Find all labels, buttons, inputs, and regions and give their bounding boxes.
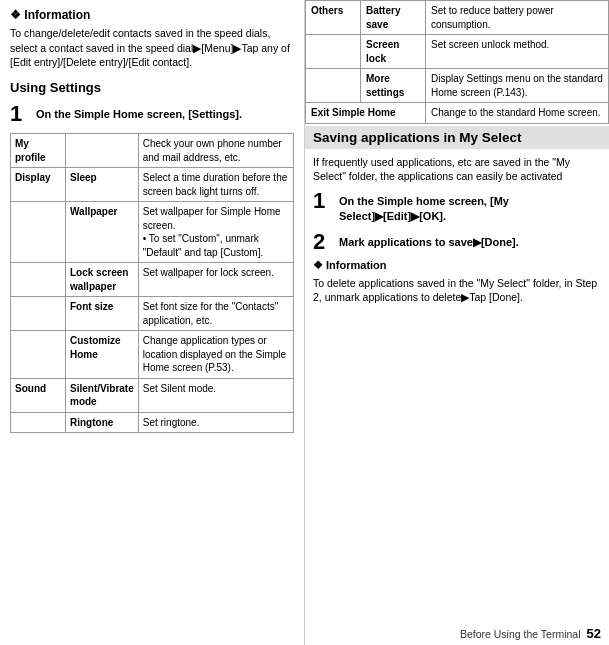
table-row: Display Sleep Select a time duration bef… xyxy=(11,168,294,202)
step1-text: On the Simple Home screen, [Settings]. xyxy=(36,103,242,122)
table-row: Customize Home Change application types … xyxy=(11,331,294,379)
table-cell-item: Wallpaper xyxy=(66,202,139,263)
using-settings-section: Using Settings 1 On the Simple Home scre… xyxy=(10,80,294,433)
table-cell-category xyxy=(306,69,361,103)
table-cell-desc: Set wallpaper for Simple Home screen.• T… xyxy=(138,202,293,263)
table-cell-item: Sleep xyxy=(66,168,139,202)
table-row: Exit Simple Home Change to the standard … xyxy=(306,103,609,124)
right-step1-container: 1 On the Simple home screen, [My Select]… xyxy=(305,188,609,229)
info-heading: Information xyxy=(10,8,294,22)
section-heading: Using Settings xyxy=(10,80,294,95)
table-cell-category xyxy=(11,297,66,331)
table-cell-desc: Change to the standard Home screen. xyxy=(426,103,609,124)
table-cell-item: Screen lock xyxy=(361,35,426,69)
saving-intro: If frequently used applications, etc are… xyxy=(305,149,609,188)
footer-bar: Before Using the Terminal 52 xyxy=(305,622,609,645)
table-cell-category xyxy=(11,263,66,297)
info-text: To change/delete/edit contacts saved in … xyxy=(10,26,294,70)
right-step1-text: On the Simple home screen, [My Select]▶[… xyxy=(339,190,601,225)
left-column: Information To change/delete/edit contac… xyxy=(0,0,305,645)
table-cell-category xyxy=(11,331,66,379)
right-column: Others Battery save Set to reduce batter… xyxy=(305,0,609,645)
step1-number: 1 xyxy=(10,103,28,125)
table-row: Others Battery save Set to reduce batter… xyxy=(306,1,609,35)
footer-page: 52 xyxy=(587,626,601,641)
table-cell-desc: Change application types or location dis… xyxy=(138,331,293,379)
table-cell-category xyxy=(11,202,66,263)
table-row: Lock screen wallpaper Set wallpaper for … xyxy=(11,263,294,297)
table-cell-item: Battery save xyxy=(361,1,426,35)
table-cell-desc: Select a time duration before the screen… xyxy=(138,168,293,202)
right-step1-number: 1 xyxy=(313,190,331,212)
table-row: Wallpaper Set wallpaper for Simple Home … xyxy=(11,202,294,263)
table-row: Font size Set font size for the "Contact… xyxy=(11,297,294,331)
right-step2-number: 2 xyxy=(313,231,331,253)
table-row: Screen lock Set screen unlock method. xyxy=(306,35,609,69)
table-cell-category xyxy=(306,35,361,69)
table-cell-item: Silent/Vibrate mode xyxy=(66,378,139,412)
table-cell-category: My profile xyxy=(11,134,66,168)
table-cell-exit: Exit Simple Home xyxy=(306,103,426,124)
table-row: My profile Check your own phone number a… xyxy=(11,134,294,168)
table-cell-category: Display xyxy=(11,168,66,202)
right-step2-container: 2 Mark applications to save▶[Done]. xyxy=(305,229,609,257)
right-top-table: Others Battery save Set to reduce batter… xyxy=(305,0,609,124)
right-info-text: To delete applications saved in the "My … xyxy=(305,274,609,309)
step1-container: 1 On the Simple Home screen, [Settings]. xyxy=(10,103,294,125)
table-cell-desc: Set to reduce battery power consumption. xyxy=(426,1,609,35)
table-cell-item: Font size xyxy=(66,297,139,331)
table-row: Ringtone Set ringtone. xyxy=(11,412,294,433)
table-cell-desc: Display Settings menu on the standard Ho… xyxy=(426,69,609,103)
right-info-heading: Information xyxy=(305,257,609,274)
table-cell-desc: Set ringtone. xyxy=(138,412,293,433)
table-row: More settings Display Settings menu on t… xyxy=(306,69,609,103)
footer-label: Before Using the Terminal xyxy=(460,628,581,640)
table-cell-item: More settings xyxy=(361,69,426,103)
table-cell-desc: Set Silent mode. xyxy=(138,378,293,412)
table-cell-category: Others xyxy=(306,1,361,35)
table-cell-desc: Check your own phone number and mail add… xyxy=(138,134,293,168)
settings-table: My profile Check your own phone number a… xyxy=(10,133,294,433)
table-cell-item: Ringtone xyxy=(66,412,139,433)
info-section: Information To change/delete/edit contac… xyxy=(10,8,294,70)
table-cell-item xyxy=(66,134,139,168)
table-cell-desc: Set font size for the "Contacts" applica… xyxy=(138,297,293,331)
table-cell-item: Customize Home xyxy=(66,331,139,379)
table-cell-category: Sound xyxy=(11,378,66,412)
table-row: Sound Silent/Vibrate mode Set Silent mod… xyxy=(11,378,294,412)
right-step2-text: Mark applications to save▶[Done]. xyxy=(339,231,519,250)
table-cell-category xyxy=(11,412,66,433)
table-cell-desc: Set wallpaper for lock screen. xyxy=(138,263,293,297)
table-cell-desc: Set screen unlock method. xyxy=(426,35,609,69)
table-cell-item: Lock screen wallpaper xyxy=(66,263,139,297)
saving-heading: Saving applications in My Select xyxy=(305,126,609,149)
